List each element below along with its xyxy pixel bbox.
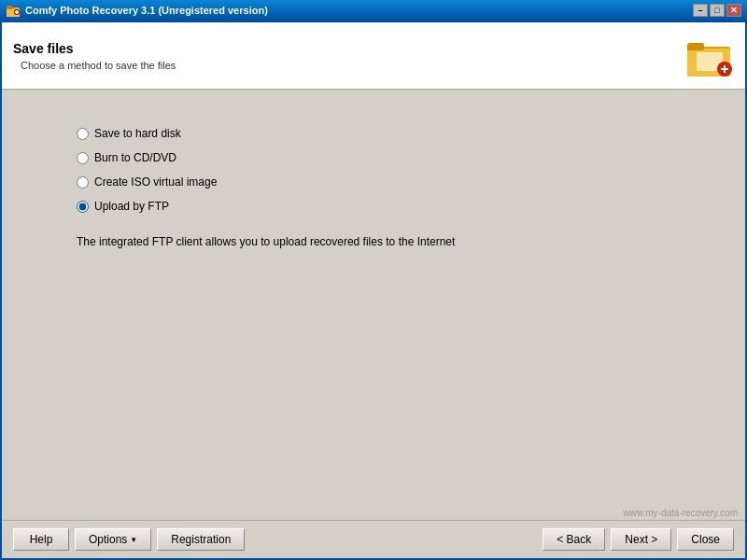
back-button[interactable]: < Back [543,528,605,551]
header-text: Save files Choose a method to save the f… [13,41,176,71]
radio-label-cd-dvd: Burn to CD/DVD [94,151,176,164]
close-title-button[interactable]: ✕ [726,4,741,17]
page-subtitle: Choose a method to save the files [21,60,176,71]
radio-item-iso[interactable]: Create ISO virtual image [77,175,708,189]
maximize-button[interactable]: □ [710,4,725,17]
footer: Help Options ▼ Registration < Back Next … [2,520,745,558]
title-bar-left: Comfy Photo Recovery 3.1 (Unregistered v… [6,3,268,18]
watermark: www.my-data-recovery.com [2,506,745,520]
radio-label-ftp: Upload by FTP [94,200,169,213]
header-icon [685,32,734,80]
header-section: Save files Choose a method to save the f… [2,22,745,90]
svg-rect-5 [15,11,19,13]
radio-iso[interactable] [77,176,89,189]
options-label: Options [89,533,127,546]
description-text: The integrated FTP client allows you to … [77,235,708,248]
svg-rect-8 [687,43,704,50]
svg-rect-2 [7,6,12,9]
next-button[interactable]: Next > [611,528,671,551]
dropdown-arrow-icon: ▼ [130,536,137,544]
radio-ftp[interactable] [77,201,89,213]
close-button[interactable]: Close [677,528,734,551]
radio-cd-dvd[interactable] [77,152,89,164]
page-title: Save files [13,41,176,56]
footer-right: < Back Next > Close [543,528,734,551]
content-area: Save to hard disk Burn to CD/DVD Create … [2,90,745,506]
footer-left: Help Options ▼ Registration [13,528,245,551]
radio-item-ftp[interactable]: Upload by FTP [77,200,708,213]
app-icon [6,3,21,18]
minimize-button[interactable]: – [693,4,708,17]
radio-item-hard-disk[interactable]: Save to hard disk [77,127,708,140]
title-buttons: – □ ✕ [693,4,741,17]
registration-button[interactable]: Registration [157,528,245,551]
radio-label-iso: Create ISO virtual image [94,175,217,189]
main-window: Save files Choose a method to save the f… [0,21,747,560]
radio-label-hard-disk: Save to hard disk [94,127,181,140]
radio-item-cd-dvd[interactable]: Burn to CD/DVD [77,151,708,164]
radio-group: Save to hard disk Burn to CD/DVD Create … [77,127,708,213]
help-button[interactable]: Help [13,528,69,551]
title-text: Comfy Photo Recovery 3.1 (Unregistered v… [25,5,268,16]
radio-hard-disk[interactable] [77,128,89,140]
svg-rect-12 [721,68,728,70]
title-bar: Comfy Photo Recovery 3.1 (Unregistered v… [0,0,747,21]
options-button[interactable]: Options ▼ [75,528,151,551]
